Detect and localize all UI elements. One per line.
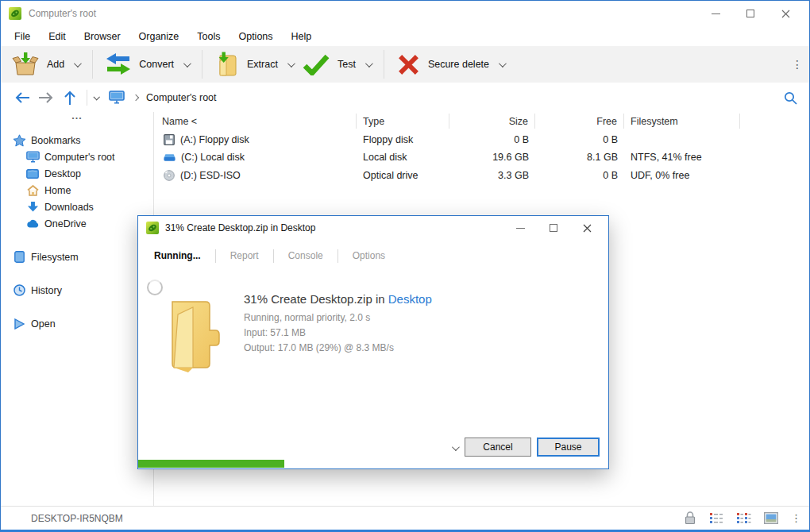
menu-browser[interactable]: Browser bbox=[78, 29, 127, 44]
secure-delete-x-icon bbox=[397, 53, 420, 76]
home-icon bbox=[25, 185, 40, 196]
table-row[interactable]: (C:) Local disk Local disk 19.6 GB 8.1 G… bbox=[156, 148, 809, 166]
secure-delete-button[interactable]: Secure delete bbox=[392, 48, 509, 80]
pause-button[interactable]: Pause bbox=[537, 438, 600, 457]
computer-icon bbox=[25, 151, 40, 163]
busy-spinner-icon bbox=[147, 279, 163, 295]
menu-help[interactable]: Help bbox=[285, 29, 318, 44]
filesystem-icon bbox=[12, 251, 26, 263]
up-arrow-icon bbox=[64, 90, 76, 106]
column-header-size[interactable]: Size bbox=[449, 114, 535, 129]
file-name: (A:) Floppy disk bbox=[180, 134, 249, 145]
sidebar-item-open[interactable]: Open bbox=[1, 315, 153, 332]
test-label: Test bbox=[338, 59, 356, 70]
history-clock-icon bbox=[12, 284, 26, 296]
sidebar-item-label: Open bbox=[31, 318, 56, 330]
task-destination-link[interactable]: Desktop bbox=[388, 292, 432, 306]
close-button[interactable] bbox=[768, 1, 803, 26]
navigation-bar: Computer's root bbox=[1, 83, 809, 112]
sidebar-item-label: OneDrive bbox=[44, 218, 87, 229]
secure-delete-dropdown-chevron-icon[interactable] bbox=[499, 60, 507, 67]
menu-organize[interactable]: Organize bbox=[133, 29, 186, 44]
sidebar-more-button[interactable]: ... bbox=[1, 112, 153, 125]
convert-icon bbox=[106, 52, 131, 76]
sidebar-item-onedrive[interactable]: OneDrive bbox=[1, 215, 153, 232]
menu-options[interactable]: Options bbox=[232, 29, 279, 44]
tab-console[interactable]: Console bbox=[279, 250, 333, 261]
hard-disk-icon bbox=[164, 153, 176, 162]
tab-separator bbox=[338, 249, 338, 263]
forward-arrow-icon bbox=[38, 91, 54, 104]
column-header-filesystem[interactable]: Filesystem bbox=[624, 114, 740, 129]
toolbar-separator bbox=[92, 50, 93, 79]
back-button[interactable] bbox=[10, 87, 34, 109]
dialog-options-chevron-button[interactable] bbox=[448, 442, 461, 453]
convert-button[interactable]: Convert bbox=[101, 48, 194, 80]
sidebar-item-bookmarks[interactable]: Bookmarks bbox=[1, 132, 153, 148]
add-dropdown-chevron-icon[interactable] bbox=[74, 60, 82, 67]
dialog-maximize-button[interactable] bbox=[537, 216, 570, 240]
maximize-icon bbox=[746, 10, 754, 17]
menu-edit[interactable]: Edit bbox=[42, 29, 72, 44]
extract-dropdown-chevron-icon[interactable] bbox=[287, 60, 295, 67]
folder-icon bbox=[164, 299, 226, 373]
computer-root-button[interactable] bbox=[105, 87, 129, 109]
sidebar-item-home[interactable]: Home bbox=[1, 182, 153, 199]
forward-button[interactable] bbox=[34, 87, 58, 109]
sidebar-item-label: Downloads bbox=[44, 202, 94, 213]
progress-dialog: 31% Create Desktop.zip in Desktop Runnin… bbox=[137, 215, 609, 469]
details-view-icon[interactable] bbox=[709, 512, 723, 524]
table-row[interactable]: (D:) ESD-ISO Optical drive 3.3 GB 0 B UD… bbox=[156, 167, 809, 184]
sidebar-item-label: Home bbox=[44, 185, 71, 196]
sidebar-item-downloads[interactable]: Downloads bbox=[1, 199, 153, 215]
dialog-title: 31% Create Desktop.zip in Desktop bbox=[165, 222, 315, 233]
address-dropdown-chevron-icon[interactable] bbox=[93, 94, 99, 100]
search-button[interactable] bbox=[781, 88, 800, 107]
toolbar-overflow-icon[interactable]: ⋮ bbox=[790, 56, 804, 73]
sidebar: ... Bookmarks Computer's root Desktop bbox=[1, 112, 154, 506]
column-header-free[interactable]: Free bbox=[535, 114, 624, 129]
toolbar-separator bbox=[202, 50, 202, 79]
progress-bar bbox=[138, 460, 608, 468]
statusbar-overflow-icon[interactable]: ⋮ bbox=[791, 512, 801, 524]
tab-report[interactable]: Report bbox=[221, 250, 268, 261]
sidebar-item-computers-root[interactable]: Computer's root bbox=[1, 148, 153, 165]
image-preview-icon[interactable] bbox=[764, 512, 778, 524]
file-filesystem: UDF, 0% free bbox=[624, 170, 740, 181]
file-free: 0 B bbox=[535, 134, 624, 145]
tab-options[interactable]: Options bbox=[343, 250, 395, 261]
peazip-window: Computer's root File Edit Browser Organi… bbox=[0, 0, 810, 532]
computer-icon bbox=[109, 91, 125, 104]
file-size: 19.6 GB bbox=[449, 152, 535, 163]
convert-dropdown-chevron-icon[interactable] bbox=[183, 60, 191, 67]
cancel-button[interactable]: Cancel bbox=[465, 438, 531, 457]
menu-file[interactable]: File bbox=[8, 29, 37, 44]
test-dropdown-chevron-icon[interactable] bbox=[365, 60, 373, 67]
column-header-type[interactable]: Type bbox=[357, 114, 449, 129]
up-button[interactable] bbox=[58, 87, 82, 109]
tile-view-icon[interactable] bbox=[736, 512, 751, 524]
maximize-button[interactable] bbox=[733, 1, 768, 26]
column-header-name[interactable]: Name < bbox=[156, 114, 357, 129]
sidebar-item-history[interactable]: History bbox=[1, 282, 153, 299]
breadcrumb[interactable]: Computer's root bbox=[146, 92, 217, 103]
lock-icon[interactable] bbox=[684, 511, 696, 525]
sidebar-item-desktop[interactable]: Desktop bbox=[1, 165, 153, 182]
peazip-logo-icon bbox=[146, 222, 159, 234]
dialog-close-button[interactable] bbox=[570, 216, 604, 240]
cloud-icon bbox=[25, 219, 40, 228]
table-row[interactable]: (A:) Floppy disk Floppy disk 0 B 0 B bbox=[156, 131, 809, 148]
add-archive-icon bbox=[12, 52, 39, 77]
extract-button[interactable]: Extract bbox=[210, 48, 298, 80]
add-button[interactable]: Add bbox=[7, 48, 84, 80]
menu-tools[interactable]: Tools bbox=[191, 29, 226, 44]
file-free: 8.1 GB bbox=[535, 152, 624, 163]
test-button[interactable]: Test bbox=[298, 48, 376, 80]
secure-delete-label: Secure delete bbox=[428, 59, 489, 70]
tab-running[interactable]: Running... bbox=[152, 250, 210, 261]
dialog-minimize-button[interactable] bbox=[503, 216, 537, 240]
sidebar-item-filesystem[interactable]: Filesystem bbox=[1, 249, 153, 265]
minimize-button[interactable] bbox=[698, 1, 733, 26]
file-name: (C:) Local disk bbox=[181, 152, 245, 163]
chevron-down-icon bbox=[451, 443, 459, 451]
